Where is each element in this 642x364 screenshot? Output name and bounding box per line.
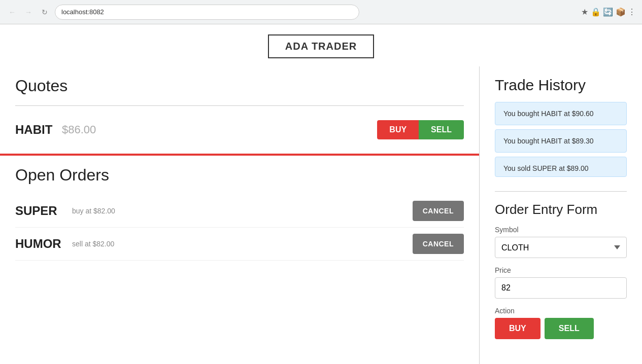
trade-history-item-0: You bought HABIT at $90.60 xyxy=(495,102,627,125)
order-symbol-humor: HUMOR xyxy=(15,237,66,251)
action-buttons: BUY SELL xyxy=(495,318,627,339)
cancel-super-button[interactable]: CANCEL xyxy=(413,201,464,221)
action-group: Action BUY SELL xyxy=(495,307,627,339)
symbol-label: Symbol xyxy=(495,226,627,234)
trade-history-item-1: You bought HABIT at $89.30 xyxy=(495,129,627,153)
forward-button[interactable]: → xyxy=(22,6,35,18)
order-symbol-super: SUPER xyxy=(15,204,66,218)
open-orders-section: Open Orders SUPER buy at $82.00 CANCEL H… xyxy=(0,156,479,271)
app-title: ADA TRADER xyxy=(268,34,374,58)
quotes-section: Quotes HABIT $86.00 BUY SELL xyxy=(0,66,479,156)
reload-button[interactable]: ↻ xyxy=(39,6,51,18)
trade-history-title: Trade History xyxy=(495,77,627,94)
left-panel: Quotes HABIT $86.00 BUY SELL Open Orders… xyxy=(0,66,480,364)
right-panel: Trade History You bought HABIT at $90.60… xyxy=(480,66,642,364)
address-bar[interactable]: localhost:8082 xyxy=(55,5,359,20)
browser-extension-icons: ★ 🔒 🔄 📦 ⋮ xyxy=(581,7,636,17)
open-orders-title: Open Orders xyxy=(15,166,464,185)
buy-habit-button[interactable]: BUY xyxy=(377,120,419,139)
order-row-humor: HUMOR sell at $82.00 CANCEL xyxy=(15,228,464,261)
action-buy-button[interactable]: BUY xyxy=(495,318,540,339)
symbol-group: Symbol CLOTH HABIT SUPER HUMOR xyxy=(495,226,627,258)
trade-history-section: Trade History You bought HABIT at $90.60… xyxy=(495,77,627,192)
action-label: Action xyxy=(495,307,627,315)
order-details-humor: sell at $82.00 xyxy=(72,240,407,248)
cancel-humor-button[interactable]: CANCEL xyxy=(413,234,464,254)
sell-habit-button[interactable]: SELL xyxy=(419,120,464,139)
url-text: localhost:8082 xyxy=(61,8,104,16)
action-sell-button[interactable]: SELL xyxy=(545,318,594,339)
quote-price-habit: $86.00 xyxy=(62,123,377,136)
order-entry-section: Order Entry Form Symbol CLOTH HABIT SUPE… xyxy=(495,192,627,347)
browser-chrome: ← → ↻ localhost:8082 ★ 🔒 🔄 📦 ⋮ xyxy=(0,0,642,24)
app-header: ADA TRADER xyxy=(0,24,642,66)
order-details-super: buy at $82.00 xyxy=(72,207,407,215)
quote-row-habit: HABIT $86.00 BUY SELL xyxy=(15,116,464,143)
quote-actions-habit: BUY SELL xyxy=(377,120,464,139)
symbol-select[interactable]: CLOTH HABIT SUPER HUMOR xyxy=(495,237,627,258)
order-entry-title: Order Entry Form xyxy=(495,202,627,217)
trade-history-item-2: You sold SUPER at $89.00 xyxy=(495,157,627,177)
quotes-divider xyxy=(15,105,464,106)
back-button[interactable]: ← xyxy=(6,6,18,18)
quotes-title: Quotes xyxy=(15,77,464,95)
main-container: Quotes HABIT $86.00 BUY SELL Open Orders… xyxy=(0,66,642,364)
price-group: Price xyxy=(495,266,627,299)
order-row-super: SUPER buy at $82.00 CANCEL xyxy=(15,195,464,228)
price-input[interactable] xyxy=(495,277,627,299)
quote-symbol-habit: HABIT xyxy=(15,123,56,137)
price-label: Price xyxy=(495,266,627,274)
